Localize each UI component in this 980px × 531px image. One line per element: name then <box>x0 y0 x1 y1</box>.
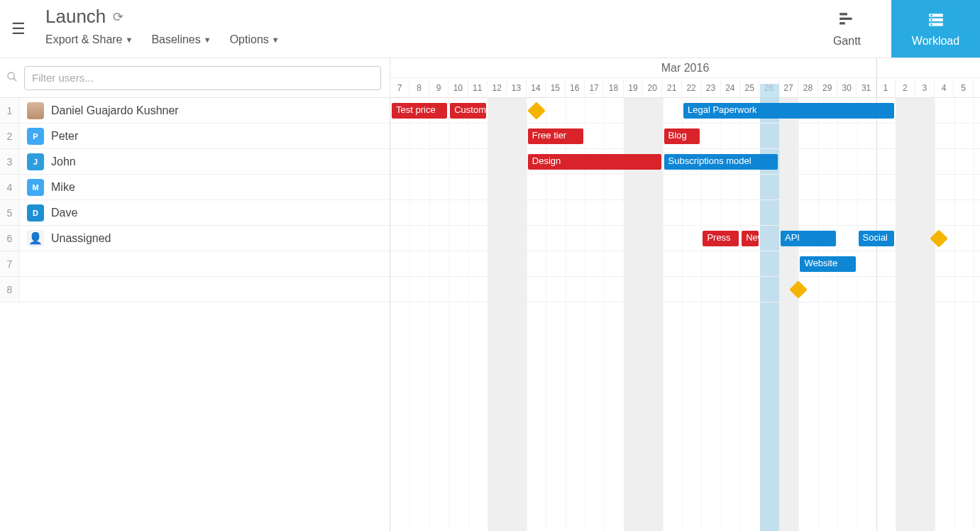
row-number: 1 <box>0 98 20 123</box>
page-title: Launch <box>45 6 106 28</box>
user-row[interactable]: 3JJohn <box>0 149 390 175</box>
timeline-day: 12 <box>488 78 507 98</box>
timeline-day: 20 <box>643 78 662 98</box>
hamburger-menu-icon[interactable]: ☰ <box>0 0 37 58</box>
timeline-day: 16 <box>566 78 585 98</box>
task-bar[interactable]: Legal Paperwork <box>683 103 894 119</box>
user-avatar: J <box>27 153 44 170</box>
tab-gantt[interactable]: Gantt <box>803 0 891 58</box>
timeline-day: 4 <box>935 78 954 98</box>
timeline-day: 18 <box>604 78 623 98</box>
timeline-day: 7 <box>390 78 409 98</box>
svg-point-7 <box>930 18 932 21</box>
task-bar[interactable]: Design <box>528 154 661 170</box>
timeline-day: 30 <box>837 78 857 98</box>
row-number: 2 <box>0 124 20 148</box>
user-row[interactable]: 6👤Unassigned <box>0 226 390 251</box>
timeline-day: 8 <box>409 78 429 98</box>
gantt-icon <box>838 11 857 29</box>
timeline-day: 21 <box>662 78 681 98</box>
timeline-row: Website <box>390 251 980 277</box>
user-row[interactable]: 5DDave <box>0 200 390 226</box>
task-bar[interactable]: Test price <box>392 103 447 119</box>
task-bar[interactable]: Custome <box>450 103 486 119</box>
timeline-day: 14 <box>527 78 546 98</box>
user-avatar: P <box>27 128 44 145</box>
svg-point-8 <box>930 23 932 26</box>
task-bar[interactable]: Social <box>859 231 895 246</box>
baselines-label: Baselines <box>151 33 200 46</box>
row-number: 7 <box>0 251 20 276</box>
row-number: 8 <box>0 277 20 302</box>
task-bar[interactable]: Subscriptions model <box>664 154 778 170</box>
svg-point-9 <box>8 72 14 79</box>
search-icon <box>0 71 24 85</box>
options-menu[interactable]: Options ▼ <box>230 33 280 46</box>
timeline-day: 27 <box>779 78 798 98</box>
user-name: Mike <box>51 181 75 194</box>
user-row[interactable]: 4MMike <box>0 175 390 200</box>
timeline-day: 11 <box>468 78 488 98</box>
timeline-row <box>390 277 980 302</box>
timeline-day: 13 <box>507 78 526 98</box>
user-name: Peter <box>51 130 78 143</box>
timeline-day: 19 <box>624 78 643 98</box>
user-row[interactable]: 7 <box>0 251 390 277</box>
row-number: 6 <box>0 226 20 251</box>
task-bar[interactable]: Free tier <box>528 128 583 144</box>
timeline-day: 31 <box>857 78 876 98</box>
refresh-icon[interactable]: ⟳ <box>113 9 123 25</box>
row-number: 5 <box>0 200 20 225</box>
timeline-day: 5 <box>954 78 973 98</box>
timeline-day: 15 <box>546 78 565 98</box>
user-avatar <box>27 102 44 119</box>
milestone-diamond[interactable] <box>930 229 947 247</box>
timeline-row <box>390 175 980 200</box>
row-number: 4 <box>0 175 20 199</box>
user-row[interactable]: 1Daniel Guajardo Kushner <box>0 98 390 124</box>
timeline-day: 9 <box>429 78 448 98</box>
timeline-day: 28 <box>798 78 817 98</box>
chevron-down-icon: ▼ <box>126 35 133 44</box>
users-pane: 1Daniel Guajardo Kushner2PPeter3JJohn4MM… <box>0 58 390 531</box>
user-row[interactable]: 2PPeter <box>0 124 390 149</box>
tab-workload-label: Workload <box>912 35 959 48</box>
svg-rect-2 <box>839 22 845 24</box>
timeline-day: 24 <box>721 78 740 98</box>
workload-icon <box>927 11 945 29</box>
baselines-menu[interactable]: Baselines ▼ <box>151 33 211 46</box>
timeline-row: Test priceCustomeLegal Paperwork <box>390 98 980 124</box>
task-bar[interactable]: New <box>742 231 758 246</box>
user-avatar: D <box>27 204 44 221</box>
tab-workload[interactable]: Workload <box>891 0 980 58</box>
svg-point-6 <box>930 14 932 16</box>
user-name: John <box>51 155 76 168</box>
task-bar[interactable]: Website <box>800 256 855 272</box>
task-bar[interactable]: Blog <box>664 128 700 144</box>
milestone-diamond[interactable] <box>790 280 808 298</box>
timeline-row: Free tierBlog <box>390 124 980 149</box>
milestone-diamond[interactable] <box>527 102 545 119</box>
chevron-down-icon: ▼ <box>204 35 211 44</box>
export-share-menu[interactable]: Export & Share ▼ <box>45 33 133 46</box>
tab-gantt-label: Gantt <box>833 35 861 48</box>
timeline-row: DesignSubscriptions model <box>390 149 980 175</box>
filter-users-input[interactable] <box>24 66 381 90</box>
user-row[interactable]: 8 <box>0 277 390 302</box>
user-name: Dave <box>51 207 77 219</box>
task-bar[interactable]: Press <box>703 231 739 246</box>
timeline-row <box>390 200 980 226</box>
timeline-day: 2 <box>896 78 915 98</box>
timeline-pane: Mar 2016 7891011121314151617181920212223… <box>390 58 980 531</box>
user-avatar: M <box>27 179 44 196</box>
timeline-day: 10 <box>448 78 468 98</box>
timeline-day: 29 <box>818 78 837 98</box>
task-bar[interactable]: API <box>781 231 836 246</box>
unassigned-icon: 👤 <box>27 230 44 247</box>
timeline-month-label: Mar 2016 <box>390 58 980 78</box>
user-name: Unassigned <box>51 232 111 245</box>
svg-rect-0 <box>839 13 847 15</box>
timeline-day: 1 <box>876 78 896 98</box>
timeline-day: 25 <box>740 78 759 98</box>
svg-line-10 <box>13 78 16 81</box>
